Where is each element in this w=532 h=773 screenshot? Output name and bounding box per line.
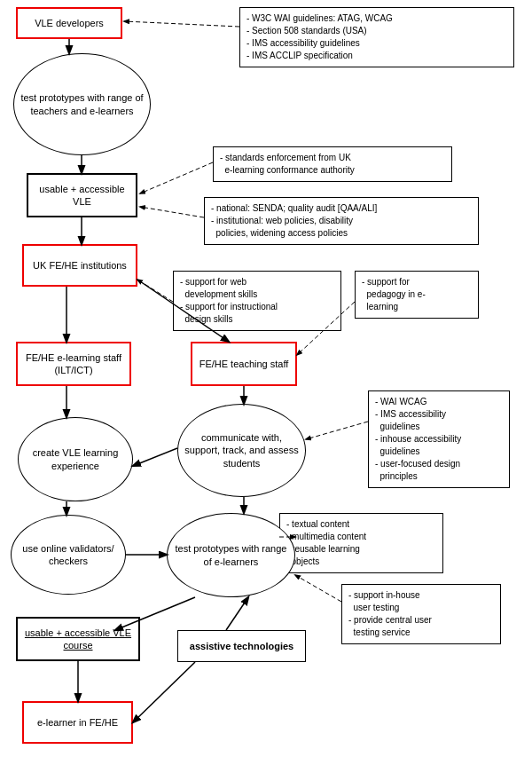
usable-accessible-course-box: usable + accessible VLE course <box>16 617 140 661</box>
test-prototypes-bottom-label: test prototypes with range of e-learners <box>173 542 289 568</box>
svg-line-12 <box>306 422 368 439</box>
fe-he-teaching-box: FE/HE teaching staff <box>191 342 297 386</box>
test-prototypes-bottom-ellipse: test prototypes with range of e-learners <box>167 513 295 597</box>
create-vle-label: create VLE learning experience <box>24 446 127 472</box>
uk-fe-he-label: UK FE/HE institutions <box>33 259 127 272</box>
communicate-label: communicate with, support, track, and as… <box>184 431 300 469</box>
assistive-box: assistive technologies <box>177 630 306 662</box>
note3-box: - national: SENDA; quality audit [QAA/AL… <box>204 197 479 245</box>
uk-fe-he-box: UK FE/HE institutions <box>22 244 137 287</box>
note4b-box: - support for pedagogy in e- learning <box>355 271 479 319</box>
svg-line-19 <box>226 597 248 630</box>
fe-he-elearning-label: FE/HE e-learning staff (ILT/ICT) <box>21 351 126 377</box>
svg-line-8 <box>137 280 173 302</box>
svg-line-13 <box>133 448 177 466</box>
usable-accessible-vle-label: usable + accessible VLE <box>32 183 132 209</box>
svg-line-21 <box>133 662 195 722</box>
assistive-label: assistive technologies <box>190 640 293 652</box>
fe-he-teaching-label: FE/HE teaching staff <box>200 358 289 370</box>
elearner-box: e-learner in FE/HE <box>22 701 133 744</box>
test-prototypes-top-label: test prototypes with range of teachers a… <box>20 91 145 117</box>
test-prototypes-top-ellipse: test prototypes with range of teachers a… <box>13 53 151 155</box>
svg-line-4 <box>140 207 204 217</box>
note4a-box: - support for web development skills - s… <box>173 271 341 331</box>
usable-accessible-course-label: usable + accessible VLE course <box>21 627 135 652</box>
use-online-label: use online validators/ checkers <box>17 542 120 568</box>
svg-line-3 <box>140 162 213 193</box>
vle-developers-box: VLE developers <box>16 7 122 39</box>
vle-developers-label: VLE developers <box>35 17 104 29</box>
diagram: - W3C WAI guidelines: ATAG, WCAG - Secti… <box>0 0 532 773</box>
note7-box: - support in-house user testing - provid… <box>341 584 501 644</box>
note1-box: - W3C WAI guidelines: ATAG, WCAG - Secti… <box>239 7 514 67</box>
use-online-ellipse: use online validators/ checkers <box>11 515 126 595</box>
fe-he-elearning-box: FE/HE e-learning staff (ILT/ICT) <box>16 342 131 386</box>
svg-line-17 <box>295 575 341 602</box>
usable-accessible-vle-box: usable + accessible VLE <box>27 173 137 217</box>
note6-box: - textual content - multimedia content -… <box>279 513 443 573</box>
svg-line-2 <box>124 21 239 27</box>
communicate-ellipse: communicate with, support, track, and as… <box>177 404 306 497</box>
note2-box: - standards enforcement from UK e-learni… <box>213 146 452 182</box>
elearner-label: e-learner in FE/HE <box>37 716 118 729</box>
create-vle-ellipse: create VLE learning experience <box>18 417 133 501</box>
note5-box: - WAI WCAG - IMS accessibility guideline… <box>368 390 510 488</box>
